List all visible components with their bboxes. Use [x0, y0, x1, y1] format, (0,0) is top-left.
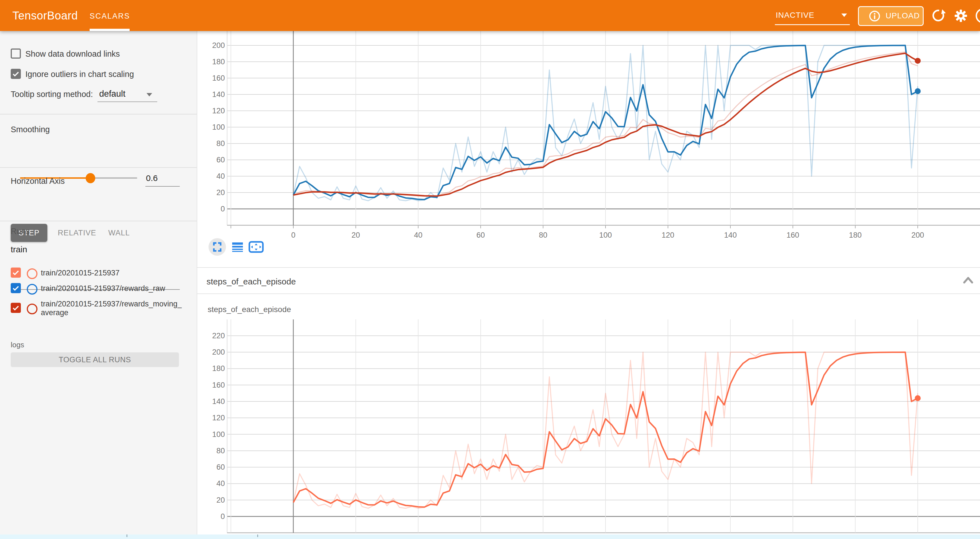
smoothing-value[interactable]: 0.6 — [146, 173, 158, 183]
expand-chart-icon[interactable] — [208, 238, 226, 256]
svg-text:40: 40 — [414, 231, 422, 239]
runs-footer-label: logs — [11, 341, 24, 349]
svg-text:20: 20 — [352, 231, 360, 239]
fit-domain-icon[interactable] — [249, 242, 263, 252]
smoothing-value-underline — [145, 186, 180, 187]
tab-scalars[interactable]: SCALARS — [90, 0, 130, 31]
svg-text:120: 120 — [212, 107, 225, 115]
settings-sidebar: Show data download links Ignore outliers… — [0, 31, 197, 534]
collapse-chevron-icon[interactable] — [963, 276, 974, 284]
svg-text:80: 80 — [216, 139, 225, 148]
svg-text:140: 140 — [212, 397, 225, 406]
svg-text:0: 0 — [221, 205, 225, 213]
refresh-icon[interactable] — [931, 8, 946, 23]
svg-text:140: 140 — [724, 231, 737, 239]
info-icon — [869, 10, 881, 22]
divider — [0, 167, 197, 168]
axis-option-wall[interactable]: WALL — [106, 224, 132, 242]
chart-toolbar — [208, 238, 267, 256]
svg-text:0: 0 — [291, 231, 295, 239]
app-header: TensorBoard SCALARS INACTIVE UPLOAD — [0, 0, 980, 31]
svg-text:220: 220 — [212, 332, 225, 340]
svg-text:140: 140 — [212, 90, 225, 99]
tooltip-sorting-select[interactable]: default — [99, 89, 126, 99]
svg-text:20: 20 — [216, 188, 225, 197]
active-tab-indicator — [90, 29, 130, 31]
show-download-links-label: Show data download links — [25, 49, 120, 59]
divider — [0, 221, 197, 221]
bottom-strip-tick — [127, 534, 127, 537]
run-label: train/20201015-215937/rewards_moving_ave… — [41, 300, 183, 317]
ignore-outliers-label: Ignore outliers in chart scaling — [25, 70, 134, 79]
chart-card-title: steps_of_each_episode — [208, 305, 291, 314]
checkmark-icon — [11, 268, 20, 277]
run-checkbox[interactable] — [11, 268, 21, 277]
axis-option-relative[interactable]: RELATIVE — [58, 224, 92, 242]
svg-text:180: 180 — [849, 231, 862, 239]
scalar-chart-rewards[interactable]: 0204060801001201401601802000204060801001… — [197, 31, 980, 239]
run-checkbox[interactable] — [11, 283, 21, 293]
upload-button-label: UPLOAD — [886, 11, 920, 20]
settings-icon[interactable] — [954, 9, 968, 23]
svg-text:200: 200 — [212, 348, 225, 356]
checkmark-icon — [11, 69, 20, 78]
ignore-outliers-checkbox[interactable] — [11, 69, 21, 79]
smoothing-slider-thumb[interactable] — [86, 173, 95, 183]
tag-section-header[interactable]: steps_of_each_episode — [197, 267, 980, 294]
status-dropdown-value: INACTIVE — [776, 11, 814, 20]
upload-button[interactable]: UPLOAD — [858, 6, 924, 26]
svg-text:180: 180 — [212, 57, 225, 66]
svg-text:40: 40 — [216, 172, 225, 180]
runs-filter-input[interactable]: train — [11, 245, 27, 254]
app-title: TensorBoard — [13, 0, 78, 31]
select-underline — [97, 102, 157, 102]
show-download-links-checkbox[interactable] — [11, 48, 21, 59]
svg-text:160: 160 — [212, 381, 225, 389]
section-title: steps_of_each_episode — [207, 277, 296, 286]
svg-text:120: 120 — [662, 231, 674, 239]
chevron-down-icon — [146, 93, 152, 96]
svg-text:100: 100 — [212, 123, 225, 131]
run-label: train/20201015-215937/rewards_raw — [41, 284, 183, 293]
run-radio[interactable] — [27, 268, 38, 279]
svg-text:160: 160 — [786, 231, 799, 239]
svg-text:100: 100 — [212, 430, 225, 439]
checkmark-icon — [11, 284, 20, 293]
log-scale-icon[interactable] — [232, 242, 243, 252]
chevron-down-icon — [842, 14, 847, 17]
help-icon[interactable] — [974, 7, 980, 24]
toggle-all-runs-button[interactable]: TOGGLE ALL RUNS — [11, 352, 179, 367]
svg-text:80: 80 — [216, 447, 225, 455]
scalar-chart-steps-of-each-episode[interactable]: 020406080100120140160180200220 — [197, 317, 980, 539]
smoothing-label: Smoothing — [11, 125, 50, 134]
run-radio[interactable] — [27, 284, 38, 295]
dropdown-underline — [775, 24, 850, 25]
horizontal-axis-label: Horizontal Axis — [11, 177, 65, 186]
run-radio[interactable] — [27, 304, 38, 314]
svg-text:80: 80 — [539, 231, 547, 239]
run-label: train/20201015-215937 — [41, 269, 183, 277]
svg-text:40: 40 — [216, 479, 225, 488]
svg-text:60: 60 — [216, 156, 225, 164]
run-checkbox[interactable] — [11, 303, 21, 313]
svg-text:60: 60 — [476, 231, 485, 239]
svg-text:200: 200 — [212, 41, 225, 49]
runs-label: Runs — [11, 226, 30, 236]
svg-text:20: 20 — [216, 496, 225, 504]
svg-text:160: 160 — [212, 74, 225, 82]
svg-text:100: 100 — [599, 231, 612, 239]
svg-text:120: 120 — [212, 413, 225, 422]
svg-text:60: 60 — [216, 463, 225, 471]
svg-text:180: 180 — [212, 364, 225, 373]
svg-text:200: 200 — [911, 231, 924, 239]
divider — [0, 114, 197, 115]
tooltip-sorting-label: Tooltip sorting method: — [11, 90, 93, 99]
svg-text:0: 0 — [221, 512, 225, 521]
checkmark-icon — [11, 303, 20, 313]
